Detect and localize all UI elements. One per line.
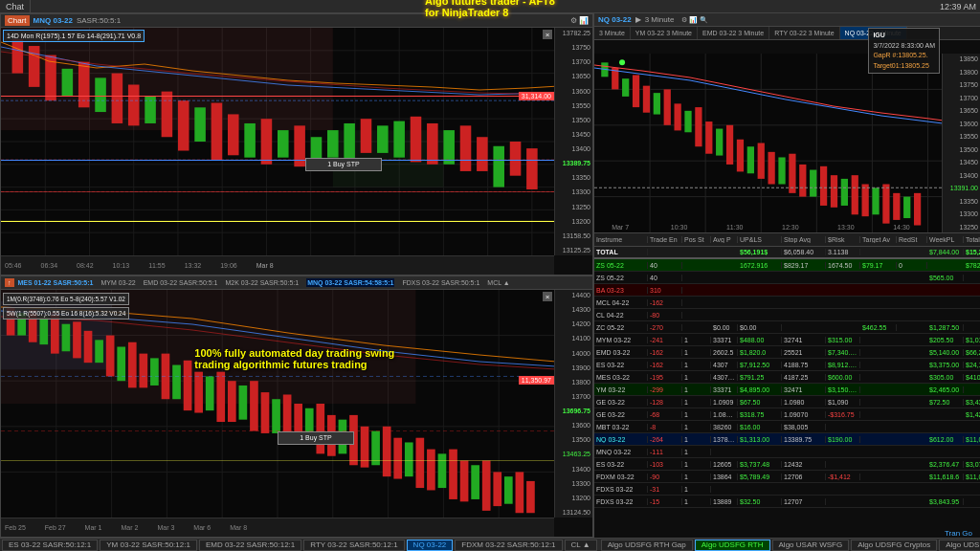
stop-line-red <box>1 191 554 192</box>
nq-price-scale: 13850 13800 13750 13700 13650 13600 1355… <box>942 54 980 232</box>
price-scale-bottom-left: 14400 14300 14200 14100 14000 13900 1380… <box>554 290 592 518</box>
svg-rect-38 <box>244 123 256 158</box>
chart-label-multi: ↑ <box>5 278 14 287</box>
svg-rect-96 <box>228 381 236 422</box>
tab-algo-gap[interactable]: Algo UDSFG RTH Gap <box>601 540 693 551</box>
tab-es[interactable]: ES 03-22 SASR:50:12:1 <box>2 540 98 551</box>
svg-rect-163 <box>862 185 869 217</box>
tab-emd[interactable]: EMD 03-22 3 Minute <box>698 27 769 39</box>
tab-3min[interactable]: 3 Minute <box>594 27 631 39</box>
svg-rect-165 <box>882 185 889 224</box>
svg-rect-84 <box>95 340 103 363</box>
svg-rect-82 <box>73 321 81 358</box>
table-row: ES 03-22 -162 1 4307 $7,912.50 4188.75 $… <box>594 359 980 371</box>
bottom-bar: ES 03-22 SASR:50:12:1 YM 03-22 SASR:50:1… <box>0 538 980 551</box>
table-row: GE 03-22 -68 1 1.08815 $318.75 1.09070 -… <box>594 408 980 421</box>
svg-rect-144 <box>664 89 671 124</box>
svg-rect-166 <box>893 193 900 220</box>
tab-emd[interactable]: EMD 03-22 SASR:50:12:1 <box>199 540 301 551</box>
bottom-chart-grid <box>1 290 554 518</box>
total-row: TOTAL $56,191$ $6,058.40 3.1138 $7,844.0… <box>594 247 980 259</box>
bottom-chart-close-button[interactable]: × <box>543 292 552 301</box>
price-box-red: 31,314.00 <box>519 92 554 100</box>
svg-rect-93 <box>194 372 203 413</box>
nq-time-3: 11:30 <box>726 224 744 231</box>
table-row: YM 03-22 -299 1 33371 $4,895.00 32471 $3… <box>594 384 980 396</box>
bottom-price-box-red: 11,350.97 <box>519 376 554 385</box>
chart-symbol: MNQ 03-22 <box>33 16 73 25</box>
tab-rty[interactable]: RTY 03-22 3 Minute <box>769 27 839 39</box>
svg-rect-99 <box>261 392 270 433</box>
svg-rect-91 <box>172 365 181 400</box>
chart-close-button[interactable]: × <box>543 30 552 39</box>
time-scale-top-left: 05:46 06:34 08:42 10:13 11:55 13:32 19:0… <box>1 255 554 275</box>
svg-rect-140 <box>622 78 629 97</box>
chat-tab[interactable]: Chat <box>0 0 31 12</box>
toolbar-icon-1[interactable]: ⚙ <box>570 16 577 25</box>
nq-time-5: 13:30 <box>837 224 855 231</box>
support-line-blue <box>1 160 554 161</box>
th-pos-st: Pos St <box>682 236 711 243</box>
svg-rect-123 <box>526 481 535 513</box>
toolbar-icon-2[interactable]: 📊 <box>579 16 589 25</box>
tab-ym[interactable]: YM 03-22 3 Minute <box>631 27 698 39</box>
top-left-chart: Chart MNQ 03-22 SASR:50:5:1 ⚙ 📊 <box>0 13 593 276</box>
svg-rect-37 <box>228 114 239 155</box>
chart-indicator: SASR:50:5:1 <box>77 16 121 25</box>
buy-stop-order-bottom[interactable]: 1 Buy STP <box>278 431 354 445</box>
trade-table: Instrume Trade En Pos St Avg P UP&LS Sto… <box>594 233 980 538</box>
th-upls: UP&LS <box>738 236 782 243</box>
svg-rect-97 <box>239 386 248 420</box>
table-row: FDXS 03-22 -31 1 3/8/2022 <box>594 483 980 496</box>
th-trade-en: Trade En <box>648 236 682 243</box>
th-avg-p: Avg P <box>711 236 738 243</box>
svg-rect-142 <box>643 86 650 113</box>
svg-rect-143 <box>654 93 660 114</box>
svg-rect-27 <box>62 69 74 97</box>
right-panel: NQ 03-22 ▶ 3 Minute ⚙ 📊 🔍 3 Minute YM 03… <box>593 13 980 538</box>
svg-rect-43 <box>327 130 339 158</box>
svg-rect-147 <box>695 107 702 146</box>
tab-algo-extra[interactable]: Algo UDSF... <box>939 540 980 551</box>
svg-rect-48 <box>411 117 422 163</box>
buy-stop-order-top[interactable]: 1 Buy STP <box>305 158 382 171</box>
table-row: MNQ 03-22 -111 1 3/8/2022 <box>594 446 980 458</box>
svg-rect-117 <box>460 461 469 502</box>
tab-ym[interactable]: YM 03-22 SASR:50:12:1 <box>100 540 197 551</box>
svg-rect-149 <box>716 129 723 156</box>
tran-go-label: Tran Go <box>945 529 972 538</box>
svg-rect-100 <box>272 399 280 433</box>
svg-rect-89 <box>150 358 159 386</box>
bottom-left-chart-area: 1M(0.R(3748):0.76 Eo 5-8(240):5.57 V1.02… <box>1 290 554 518</box>
svg-rect-79 <box>39 318 48 345</box>
svg-rect-154 <box>768 152 775 185</box>
bottom-chart-annotation-2: 5W(1 R(5507):0.55 Eo 16 8(16):5.32 V0.24 <box>3 307 129 320</box>
svg-rect-87 <box>128 342 137 388</box>
tab-nq-main[interactable]: NQ 03-22 <box>407 540 454 551</box>
svg-rect-53 <box>493 146 504 187</box>
svg-rect-145 <box>674 103 680 130</box>
svg-rect-152 <box>747 146 754 173</box>
svg-rect-24 <box>12 39 24 74</box>
nq-chart-header: NQ 03-22 ▶ 3 Minute ⚙ 📊 🔍 <box>594 13 980 27</box>
tab-algo-cryptos[interactable]: Algo UDSFG Cryptos <box>851 540 937 551</box>
tab-algo-rth[interactable]: Algo UDSFG RTH <box>695 540 770 551</box>
main-layout: Chart MNQ 03-22 SASR:50:5:1 ⚙ 📊 <box>0 13 980 538</box>
price-scale-top-left: 13782.25 13750 13700 13650 13600 13550 1… <box>554 28 592 255</box>
chat-label: Chat <box>6 2 24 11</box>
chart-drawing-area: 14D Mon R(1975).1 57 Eo 14-8(291).71 V0.… <box>1 28 554 255</box>
chart-toolbar[interactable]: ⚙ 📊 <box>570 16 589 25</box>
tab-rty[interactable]: RTY 03-22 SASR:50:12:1 <box>303 540 404 551</box>
bottom-chart-annotation-1: 1M(0.R(3748):0.76 Eo 5-8(240):5.57 V1.02 <box>3 293 129 305</box>
svg-rect-116 <box>449 450 457 499</box>
table-row: EMD 03-22 -162 1 2602.5 $1,820.0 25521 $… <box>594 346 980 359</box>
tab-algo-usar[interactable]: Algo USAR WSFG <box>772 540 850 551</box>
tab-cl[interactable]: CL ▲ <box>565 540 597 551</box>
tab-fdxm[interactable]: FDXM 03-22 SASR:50:12:1 <box>455 540 562 551</box>
th-total-pls: Total PLS <box>964 236 980 243</box>
svg-rect-111 <box>393 438 402 479</box>
svg-rect-148 <box>705 121 712 154</box>
svg-rect-85 <box>106 336 115 377</box>
chart-label-mnq: Chart <box>5 15 30 26</box>
svg-rect-39 <box>261 119 273 165</box>
